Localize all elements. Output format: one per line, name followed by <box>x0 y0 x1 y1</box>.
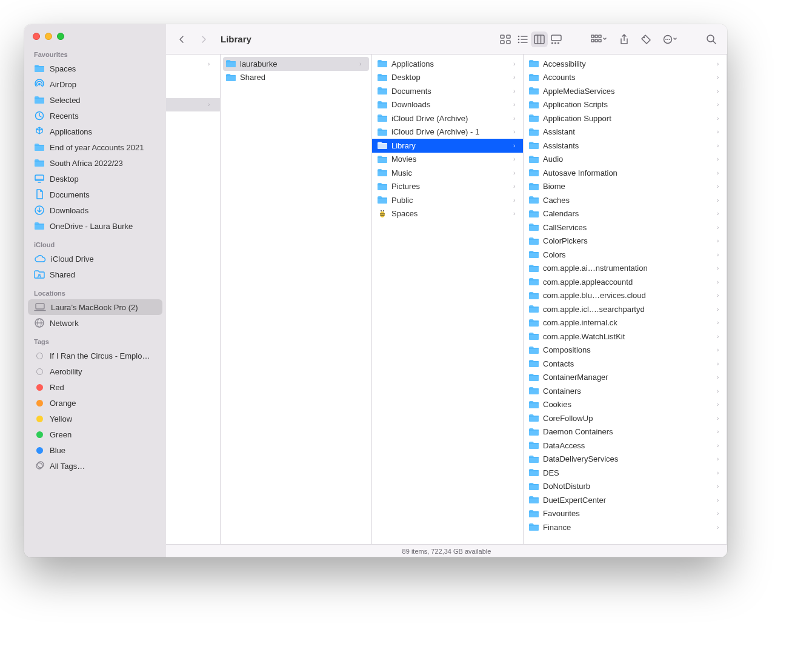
file-row[interactable] <box>166 71 220 85</box>
file-row[interactable]: Contacts› <box>524 357 727 371</box>
sidebar-item[interactable]: iCloud Drive <box>28 251 162 267</box>
file-row[interactable]: ContainerManager› <box>524 371 727 385</box>
more-actions-button[interactable] <box>659 32 681 47</box>
sidebar-item[interactable]: OneDrive - Laura Burke <box>28 218 162 234</box>
file-row[interactable]: Accessibility› <box>524 57 727 71</box>
file-row[interactable]: Assistant› <box>524 125 727 139</box>
search-button[interactable] <box>703 32 720 47</box>
sidebar-item[interactable]: Desktop <box>28 171 162 187</box>
folder-icon <box>377 154 388 165</box>
file-row[interactable]: Application Scripts› <box>524 98 727 112</box>
file-row[interactable]: AppleMediaServices› <box>524 84 727 98</box>
file-row[interactable]: › <box>166 98 220 112</box>
view-columns-button[interactable] <box>531 32 548 47</box>
file-row[interactable]: com.apple.icl….searchpartyd› <box>524 302 727 316</box>
tags-button[interactable] <box>637 32 654 47</box>
file-row[interactable]: iCloud Drive (Archive) - 1› <box>372 125 523 139</box>
sidebar-item[interactable]: Green <box>28 426 162 442</box>
file-row[interactable]: Shared <box>221 71 371 85</box>
sidebar-item[interactable]: Yellow <box>28 411 162 426</box>
sidebar-item[interactable]: AirDrop <box>28 76 162 92</box>
file-row[interactable]: DataDeliveryServices› <box>524 453 727 466</box>
sidebar-item[interactable]: Aerobility <box>28 363 162 379</box>
file-row[interactable]: Applications› <box>372 57 523 71</box>
sidebar-item-label: Spaces <box>50 64 156 73</box>
close-button[interactable] <box>33 33 40 40</box>
file-row[interactable]: Favourites› <box>524 507 727 521</box>
file-row[interactable]: DuetExpertCenter› <box>524 493 727 507</box>
file-row[interactable]: CoreFollowUp› <box>524 411 727 425</box>
file-row[interactable]: Pictures› <box>372 180 523 194</box>
sidebar-item[interactable]: Downloads <box>28 202 162 218</box>
file-row[interactable]: Audio› <box>524 153 727 167</box>
file-row[interactable]: Containers› <box>524 384 727 398</box>
file-row[interactable]: Biome› <box>524 180 727 194</box>
file-row[interactable]: Finance› <box>524 520 727 534</box>
sidebar-item[interactable]: Blue <box>28 442 162 458</box>
file-row[interactable]: Desktop› <box>372 71 523 85</box>
view-list-button[interactable] <box>514 32 531 47</box>
view-gallery-button[interactable] <box>548 32 565 47</box>
sidebar-item[interactable]: Network <box>28 315 162 331</box>
file-row[interactable]: Caches› <box>524 193 727 207</box>
file-row[interactable]: CallServices› <box>524 221 727 234</box>
file-row[interactable]: Calendars› <box>524 207 727 221</box>
file-row[interactable] <box>166 84 220 98</box>
sidebar-item[interactable]: Recents <box>28 108 162 124</box>
file-row[interactable]: › <box>166 57 220 71</box>
file-row[interactable]: Downloads› <box>372 98 523 112</box>
file-row[interactable]: Music› <box>372 166 523 180</box>
forward-button[interactable] <box>195 32 212 47</box>
group-by-button[interactable] <box>587 32 611 47</box>
sidebar-item[interactable]: South Africa 2022/23 <box>28 155 162 171</box>
file-row[interactable]: DoNotDisturb› <box>524 480 727 494</box>
file-row[interactable]: Cookies› <box>524 398 727 412</box>
file-row[interactable]: iCloud Drive (Archive)› <box>372 111 523 125</box>
sidebar-item[interactable]: Selected <box>28 92 162 108</box>
sidebar-item[interactable]: Applications <box>28 124 162 139</box>
sidebar-item[interactable]: Red <box>28 379 162 395</box>
file-row[interactable]: com.apple.appleaccountd› <box>524 275 727 289</box>
sidebar-item[interactable]: Documents <box>28 187 162 202</box>
sidebar-item[interactable]: If I Ran the Circus - Emplo… <box>28 348 162 363</box>
file-row[interactable]: Library› <box>372 139 523 153</box>
file-row[interactable]: com.apple.WatchListKit› <box>524 330 727 343</box>
back-button[interactable] <box>173 32 190 47</box>
file-row[interactable]: com.apple.ai…nstrumentation› <box>524 262 727 276</box>
file-name: Movies <box>391 154 510 164</box>
file-row[interactable]: com.apple.blu…ervices.cloud› <box>524 289 727 303</box>
file-row[interactable]: com.apple.internal.ck› <box>524 316 727 330</box>
sidebar-item[interactable]: Shared <box>28 267 162 282</box>
sidebar-item[interactable]: Orange <box>28 395 162 411</box>
fullscreen-button[interactable] <box>57 33 64 40</box>
file-row[interactable]: ColorPickers› <box>524 234 727 248</box>
file-row[interactable]: Assistants› <box>524 139 727 153</box>
file-row[interactable]: Documents› <box>372 84 523 98</box>
chevron-right-icon: › <box>717 251 723 258</box>
file-row[interactable]: Colors› <box>524 248 727 262</box>
file-row[interactable]: DataAccess› <box>524 439 727 453</box>
share-button[interactable] <box>616 32 633 47</box>
view-icons-button[interactable] <box>497 32 514 47</box>
file-row[interactable]: Autosave Information› <box>524 166 727 180</box>
chevron-right-icon: › <box>717 210 723 217</box>
sidebar-item[interactable]: Laura’s MacBook Pro (2) <box>28 299 162 315</box>
sidebar-item[interactable]: End of year Accounts 2021 <box>28 139 162 155</box>
sidebar-item-label: If I Ran the Circus - Emplo… <box>50 351 156 360</box>
file-row[interactable]: Movies› <box>372 153 523 167</box>
file-row[interactable]: Daemon Containers› <box>524 425 727 439</box>
file-name: Desktop <box>391 73 510 82</box>
file-row[interactable]: Public› <box>372 193 523 207</box>
file-row[interactable]: Compositions› <box>524 343 727 357</box>
sidebar-item[interactable]: All Tags… <box>28 458 162 474</box>
sidebar-item[interactable]: Spaces <box>28 61 162 76</box>
sidebar-section-label: iCloud <box>24 234 166 251</box>
file-row[interactable]: lauraburke› <box>223 57 369 71</box>
tag-icon <box>34 445 45 456</box>
file-row[interactable]: DES› <box>524 466 727 480</box>
minimize-button[interactable] <box>45 33 52 40</box>
svg-rect-24 <box>534 35 544 44</box>
file-row[interactable]: Application Support› <box>524 111 727 125</box>
file-row[interactable]: Spaces› <box>372 207 523 221</box>
file-row[interactable]: Accounts› <box>524 71 727 85</box>
